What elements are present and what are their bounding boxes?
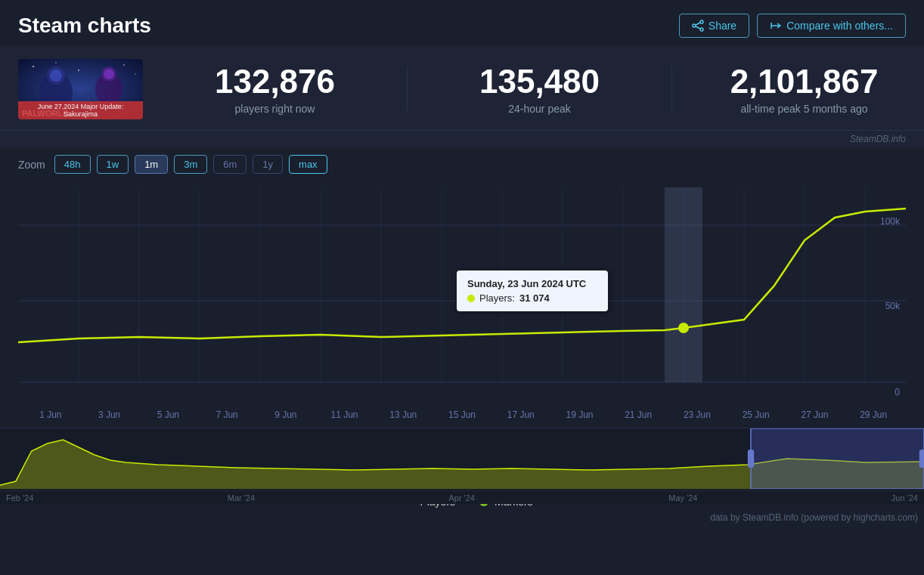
zoom-3m[interactable]: 3m xyxy=(174,155,207,174)
xaxis-27jun: 27 Jun xyxy=(786,410,845,420)
header: Steam charts Share Compare with others..… xyxy=(0,0,924,45)
svg-point-8 xyxy=(33,66,34,67)
yaxis-label-50k: 50k xyxy=(885,301,900,311)
xaxis-29jun: 29 Jun xyxy=(844,410,903,420)
xaxis-23jun: 23 Jun xyxy=(668,410,727,420)
svg-point-1 xyxy=(700,28,703,31)
svg-rect-37 xyxy=(665,187,702,382)
svg-point-0 xyxy=(700,20,703,23)
xaxis-15jun: 15 Jun xyxy=(433,410,491,420)
svg-point-2 xyxy=(693,24,696,27)
svg-point-9 xyxy=(55,62,57,63)
svg-line-3 xyxy=(696,23,700,25)
yaxis-label-0: 0 xyxy=(895,387,900,397)
xaxis-11jun: 11 Jun xyxy=(315,410,374,420)
xaxis-3jun: 3 Jun xyxy=(80,410,139,420)
share-icon xyxy=(692,20,704,32)
overview-svg xyxy=(0,428,924,489)
steamdb-credit: SteamDB.info xyxy=(0,131,924,147)
xaxis-5jun: 5 Jun xyxy=(138,410,197,420)
svg-line-4 xyxy=(696,26,700,29)
share-button[interactable]: Share xyxy=(679,14,749,38)
zoom-1w[interactable]: 1w xyxy=(97,155,129,174)
zoom-1m[interactable]: 1m xyxy=(135,155,168,174)
xaxis-17jun: 17 Jun xyxy=(491,410,550,420)
players-now-value: 132,876 xyxy=(173,63,377,100)
overview-label-may: May '24 xyxy=(668,493,697,502)
players-now-label: players right now xyxy=(173,103,377,115)
stats-section: PALWORLD June 27,2024 Major Update: Saku… xyxy=(0,45,924,131)
game-update-text: June 27,2024 Major Update: Sakurajima xyxy=(18,101,143,119)
zoom-max[interactable]: max xyxy=(289,155,327,174)
xaxis-19jun: 19 Jun xyxy=(550,410,609,420)
main-chart-xaxis: 1 Jun 3 Jun 5 Jun 7 Jun 9 Jun 11 Jun 13 … xyxy=(18,407,906,420)
main-chart: 100k 50k 0 xyxy=(18,180,906,407)
svg-point-10 xyxy=(78,70,79,71)
svg-point-11 xyxy=(123,64,125,66)
alltime-peak-value: 2,101,867 xyxy=(702,63,906,100)
page-title: Steam charts xyxy=(18,14,151,38)
stat-divider-2 xyxy=(671,66,672,112)
yaxis-label-100k: 100k xyxy=(880,216,900,227)
zoom-48h[interactable]: 48h xyxy=(54,155,91,174)
stat-players-now: 132,876 players right now xyxy=(173,63,377,115)
svg-rect-43 xyxy=(919,450,924,468)
overview-label-feb: Feb '24 xyxy=(6,493,33,502)
overview-label-apr: Apr '24 xyxy=(448,493,475,502)
zoom-6m[interactable]: 6m xyxy=(213,155,247,174)
overview-chart[interactable]: Feb '24 Mar '24 Apr '24 May '24 Jun '24 xyxy=(0,428,924,488)
overview-xaxis: Feb '24 Mar '24 Apr '24 May '24 Jun '24 xyxy=(0,492,924,504)
xaxis-13jun: 13 Jun xyxy=(374,410,433,420)
compare-button[interactable]: Compare with others... xyxy=(757,14,906,38)
main-chart-svg xyxy=(18,180,906,407)
stat-alltime-peak: 2,101,867 all-time peak 5 months ago xyxy=(702,63,906,115)
xaxis-25jun: 25 Jun xyxy=(727,410,786,420)
xaxis-1jun: 1 Jun xyxy=(21,410,80,420)
svg-point-17 xyxy=(50,70,62,82)
svg-rect-41 xyxy=(751,428,924,489)
compare-icon xyxy=(770,20,782,32)
header-buttons: Share Compare with others... xyxy=(679,14,906,38)
overview-label-jun: Jun '24 xyxy=(891,493,918,502)
zoom-label: Zoom xyxy=(18,159,45,171)
svg-point-18 xyxy=(104,69,114,79)
alltime-peak-label: all-time peak 5 months ago xyxy=(702,103,906,115)
data-credit: data by SteamDB.info (powered by highcha… xyxy=(0,511,924,529)
stat-peak-24h: 135,480 24-hour peak xyxy=(438,63,641,115)
peak-24h-label: 24-hour peak xyxy=(438,103,641,115)
zoom-1y[interactable]: 1y xyxy=(253,155,283,174)
svg-rect-42 xyxy=(748,450,754,468)
svg-point-38 xyxy=(678,323,689,333)
game-thumbnail: PALWORLD June 27,2024 Major Update: Saku… xyxy=(18,59,143,119)
svg-point-12 xyxy=(135,73,135,74)
stat-divider-1 xyxy=(407,66,408,112)
xaxis-9jun: 9 Jun xyxy=(256,410,315,420)
zoom-controls: Zoom 48h 1w 1m 3m 6m 1y max xyxy=(18,155,906,174)
xaxis-21jun: 21 Jun xyxy=(609,410,668,420)
chart-section: Zoom 48h 1w 1m 3m 6m 1y max 100k 50k 0 xyxy=(0,147,924,428)
overview-label-mar: Mar '24 xyxy=(228,493,255,502)
peak-24h-value: 135,480 xyxy=(438,63,641,100)
xaxis-7jun: 7 Jun xyxy=(197,410,256,420)
